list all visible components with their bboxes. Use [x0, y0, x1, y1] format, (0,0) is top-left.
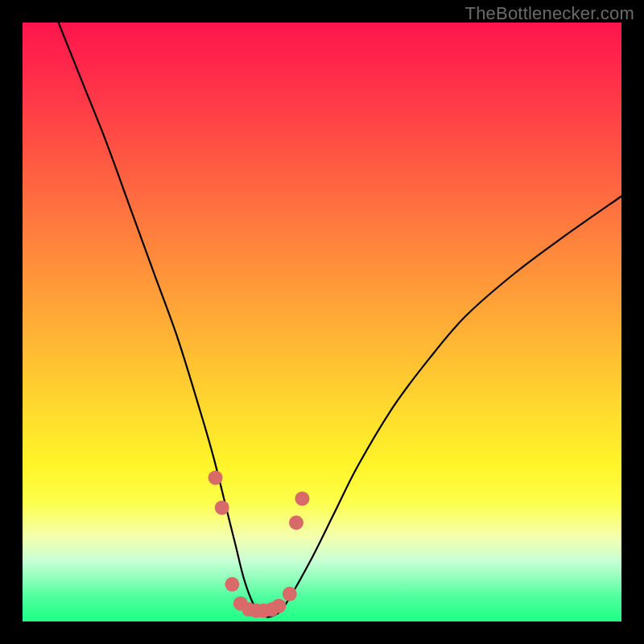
curve-marker — [271, 599, 286, 613]
bottleneck-curve-svg — [23, 23, 621, 621]
curve-marker — [225, 577, 239, 592]
bottleneck-curve-path — [59, 23, 621, 617]
plot-area — [23, 23, 621, 621]
curve-marker — [295, 491, 309, 506]
chart-frame: TheBottlenecker.com — [0, 0, 644, 644]
curve-marker — [283, 587, 297, 601]
watermark-text: TheBottlenecker.com — [465, 3, 634, 24]
curve-marker — [208, 470, 223, 485]
curve-marker — [215, 501, 229, 515]
curve-marker — [289, 515, 303, 530]
